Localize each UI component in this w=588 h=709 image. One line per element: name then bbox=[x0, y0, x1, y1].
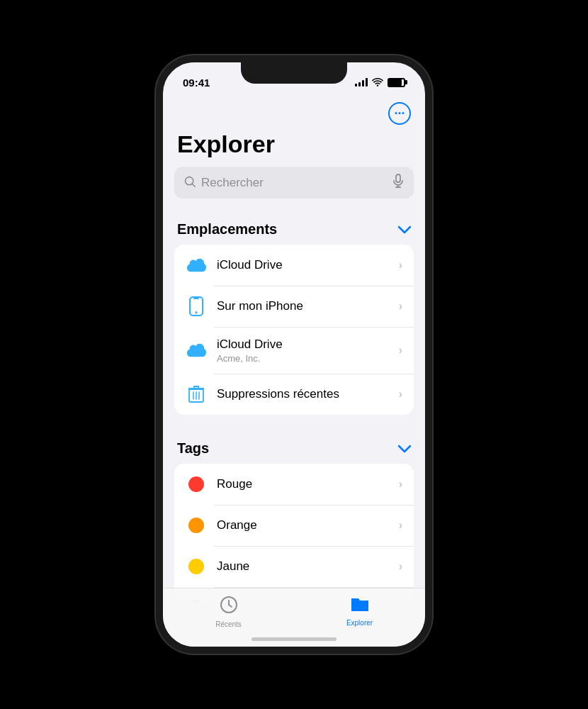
chevron-right-icon: › bbox=[399, 388, 402, 401]
tab-recents[interactable]: Récents bbox=[200, 596, 257, 628]
list-item[interactable]: Rouge › bbox=[174, 464, 414, 505]
chevron-right-icon: › bbox=[399, 478, 402, 491]
svg-rect-2 bbox=[396, 174, 400, 182]
clock-icon bbox=[220, 596, 238, 618]
jaune-dot-icon bbox=[186, 556, 207, 577]
search-placeholder: Rechercher bbox=[201, 176, 387, 190]
iphone-device-icon bbox=[186, 296, 207, 317]
emplacements-header[interactable]: Emplacements bbox=[163, 210, 425, 245]
top-bar: ··· bbox=[163, 96, 425, 125]
folder-icon bbox=[350, 596, 370, 617]
list-item[interactable]: Jaune › bbox=[174, 546, 414, 587]
tab-explorer[interactable]: Explorer bbox=[332, 596, 388, 627]
phone-frame: 09:41 ··· Explorer bbox=[156, 55, 432, 654]
item-text-iphone: Sur mon iPhone bbox=[217, 298, 389, 314]
tags-chevron-icon bbox=[398, 440, 411, 457]
tags-header[interactable]: Tags bbox=[163, 429, 425, 464]
item-text-icloud-2: iCloud Drive Acme, Inc. bbox=[217, 337, 389, 364]
chevron-right-icon: › bbox=[399, 519, 402, 532]
search-bar[interactable]: Rechercher bbox=[174, 167, 414, 199]
emplacements-chevron-icon bbox=[398, 221, 411, 238]
status-icons bbox=[355, 78, 405, 87]
wifi-icon bbox=[372, 78, 383, 86]
orange-dot-icon bbox=[186, 515, 207, 536]
page-title: Explorer bbox=[163, 125, 425, 167]
item-text-trash: Suppressions récentes bbox=[217, 386, 389, 402]
content-area: ··· Explorer Rechercher bbox=[163, 96, 425, 602]
svg-point-7 bbox=[196, 312, 198, 314]
icloud-acme-icon bbox=[186, 340, 207, 361]
tab-recents-label: Récents bbox=[215, 620, 242, 628]
home-indicator bbox=[251, 637, 337, 641]
chevron-right-icon: › bbox=[399, 344, 402, 357]
list-item[interactable]: Orange › bbox=[174, 505, 414, 546]
list-item[interactable]: iCloud Drive › bbox=[174, 245, 414, 286]
status-time: 09:41 bbox=[183, 77, 210, 89]
list-item[interactable]: Sur mon iPhone › bbox=[174, 286, 414, 327]
svg-line-1 bbox=[192, 184, 195, 186]
item-text-jaune: Jaune bbox=[217, 559, 389, 574]
emplacements-list: iCloud Drive › Sur m bbox=[174, 245, 414, 415]
list-item[interactable]: iCloud Drive Acme, Inc. › bbox=[174, 327, 414, 374]
tags-title: Tags bbox=[177, 440, 209, 457]
more-button[interactable]: ··· bbox=[388, 102, 411, 125]
mic-icon bbox=[392, 174, 404, 191]
svg-line-19 bbox=[229, 605, 232, 607]
rouge-dot-icon bbox=[186, 474, 207, 495]
notch bbox=[241, 62, 347, 84]
chevron-right-icon: › bbox=[399, 560, 402, 573]
trash-icon bbox=[186, 384, 207, 405]
item-text-icloud-1: iCloud Drive bbox=[217, 257, 389, 273]
list-item[interactable]: Suppressions récentes › bbox=[174, 374, 414, 415]
content-scroll[interactable]: ··· Explorer Rechercher bbox=[163, 96, 425, 602]
chevron-right-icon: › bbox=[399, 259, 402, 272]
tags-list: Rouge › Orange › bbox=[174, 464, 414, 602]
tab-explorer-label: Explorer bbox=[346, 619, 373, 627]
chevron-right-icon: › bbox=[399, 300, 402, 313]
search-icon bbox=[184, 176, 196, 190]
battery-icon bbox=[388, 78, 405, 87]
signal-icon bbox=[355, 78, 368, 86]
item-text-rouge: Rouge bbox=[217, 476, 389, 492]
icloud-icon bbox=[186, 255, 207, 276]
emplacements-title: Emplacements bbox=[177, 221, 277, 238]
item-text-orange: Orange bbox=[217, 518, 389, 533]
